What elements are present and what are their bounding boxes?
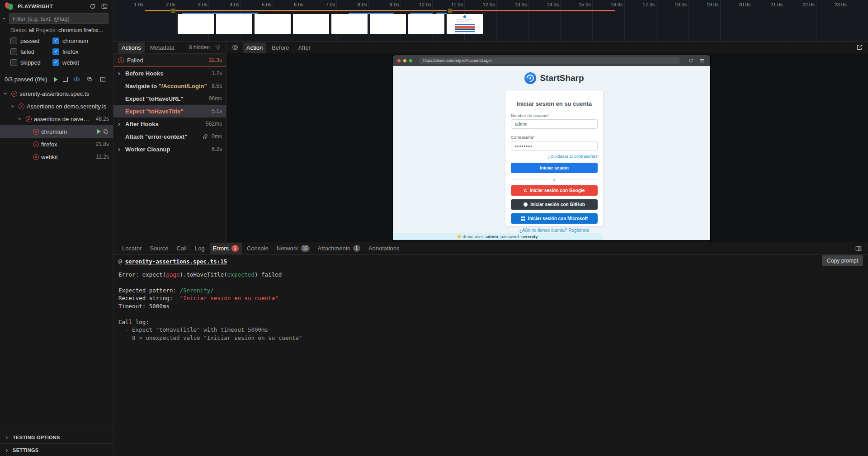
filter-funnel-icon[interactable]	[213, 43, 222, 52]
reveal-test-icon[interactable]	[99, 75, 107, 84]
demo-note-part: demo user:	[463, 234, 486, 239]
demo-note-part: , password:	[498, 234, 521, 239]
tab-after[interactable]: After	[294, 42, 314, 53]
signup-link[interactable]: ¿Aún no tienes cuenta? Regístrate	[505, 228, 603, 233]
open-terminal-panel-icon[interactable]	[100, 2, 108, 10]
run-tests-icon[interactable]	[54, 77, 58, 82]
tab-metadata[interactable]: Metadata	[146, 42, 178, 53]
google-signin-button[interactable]: GIniciar sesión con Google	[511, 185, 598, 196]
tab-console[interactable]: Console	[244, 243, 272, 254]
snapshot-area: https://demo.serenity.is/Account/Login S…	[226, 53, 868, 242]
filmstrip-thumbnail[interactable]	[370, 14, 406, 34]
chevron-down-icon[interactable]: ›	[10, 103, 16, 109]
stop-icon[interactable]	[63, 77, 68, 82]
tab-attachments[interactable]: Attachments1	[315, 243, 363, 254]
copy-icon[interactable]	[103, 129, 109, 135]
collapse-all-icon[interactable]	[86, 75, 94, 84]
project-filter-firefox[interactable]: ✓firefox	[52, 46, 88, 57]
filmstrip-thumbnail[interactable]	[216, 14, 252, 34]
checkbox-label: firefox	[62, 48, 78, 55]
chevron-down-icon[interactable]: ›	[17, 116, 24, 122]
filter-input[interactable]	[9, 13, 108, 24]
action-label-part: "/Account/Login"	[159, 83, 207, 89]
chevron-down-icon[interactable]: ›	[3, 90, 9, 97]
filmstrip-thumbnail[interactable]	[447, 14, 483, 34]
filmstrip-thumbnail[interactable]	[408, 14, 444, 34]
open-external-icon[interactable]	[855, 43, 863, 52]
duration-label: 8.5s	[212, 83, 222, 89]
tab-source[interactable]: Source	[146, 243, 171, 254]
trace-timeline[interactable]: 1.0s2.0s3.0s4.0s5.0s6.0s7.0s8.0s9.0s10.0…	[113, 0, 868, 42]
filmstrip-thumbnail[interactable]	[293, 14, 329, 34]
checkbox-failed[interactable]	[10, 48, 17, 55]
action-item-after-hooks[interactable]: ›After Hooks562ms	[113, 118, 226, 130]
action-item-worker-cleanup[interactable]: ›Worker Cleanup6.2s	[113, 143, 226, 155]
copy-prompt-button[interactable]: Copy prompt	[822, 255, 863, 266]
watch-eye-icon[interactable]	[73, 75, 81, 84]
playwright-logo-icon	[5, 2, 14, 11]
required-mark: *	[547, 113, 549, 118]
tab-actions[interactable]: Actions	[118, 42, 145, 53]
split-panel-icon[interactable]	[854, 244, 863, 253]
reload-icon[interactable]	[687, 56, 695, 65]
username-input[interactable]: admin	[511, 119, 598, 129]
chevron-right-icon[interactable]: ›	[118, 146, 125, 153]
required-mark: *	[533, 135, 535, 140]
checkbox-label: passed	[20, 38, 39, 44]
section-settings[interactable]: ›SETTINGS	[0, 443, 113, 456]
tree-item-assertions-en-demo-serenity-is[interactable]: ›✕Assertions en demo.serenity.is	[0, 100, 113, 113]
status-filter-passed[interactable]: passed	[10, 35, 52, 46]
error-text-part: page	[166, 271, 179, 278]
filmstrip-thumbnail[interactable]	[255, 14, 291, 34]
tree-item-webkit[interactable]: ✕webkit11.2s	[0, 150, 113, 163]
project-filter-chromium[interactable]: ✓chromium	[52, 35, 88, 46]
chevron-right-icon[interactable]: ›	[118, 70, 125, 77]
tree-item-assertions-de-navega[interactable]: ›✕assertions de navega...48.2s	[0, 113, 113, 125]
chevron-down-icon[interactable]: ›	[1, 15, 8, 22]
target-icon[interactable]	[231, 43, 239, 52]
checkbox-passed[interactable]	[10, 38, 17, 44]
hidden-count-label[interactable]: 8 hidden	[189, 44, 210, 51]
section-testing-options[interactable]: ›TESTING OPTIONS	[0, 431, 113, 443]
filmstrip-thumbnail[interactable]	[178, 14, 214, 34]
action-item-expect-tohaveurl[interactable]: Expect "toHaveURL"96ms	[113, 92, 226, 105]
filmstrip-thumbnail[interactable]	[331, 14, 368, 34]
tab-network[interactable]: Network16	[274, 243, 313, 254]
checkbox-firefox[interactable]: ✓	[52, 48, 59, 55]
microsoft-signin-button[interactable]: Iniciar sesión con Microsoft	[511, 213, 598, 224]
tab-locator[interactable]: Locator	[119, 243, 145, 254]
chevron-right-icon: ›	[4, 447, 10, 453]
tree-item-chromium[interactable]: ✕chromium	[0, 125, 113, 138]
project-filter-webkit[interactable]: ✓webkit	[52, 57, 88, 68]
checkbox-skipped[interactable]	[10, 59, 17, 66]
tab-action[interactable]: Action	[243, 42, 266, 53]
refresh-icon[interactable]	[89, 2, 97, 10]
address-bar[interactable]: https://demo.serenity.is/Account/Login	[419, 57, 680, 64]
status-filter-failed[interactable]: failed	[10, 46, 52, 57]
password-input[interactable]: ••••••••	[511, 141, 598, 150]
button-label: Iniciar sesión con Microsoft	[528, 216, 588, 221]
action-item-attach-error-context[interactable]: Attach "error-context"0ms	[113, 130, 226, 143]
tab-before[interactable]: Before	[268, 42, 292, 53]
menu-icon[interactable]	[698, 56, 706, 65]
tree-item-firefox[interactable]: ✕firefox21.8s	[0, 138, 113, 150]
failed-summary-row[interactable]: ✕ Failed 22.3s	[113, 54, 226, 67]
checkbox-webkit[interactable]: ✓	[52, 59, 59, 66]
forgot-password-link[interactable]: ¿Olvidaste tu contraseña?	[511, 154, 598, 159]
tree-item-serenity-assertions-spec-ts[interactable]: ›✕serenity-assertions.spec.ts	[0, 87, 113, 100]
action-item-before-hooks[interactable]: ›Before Hooks1.7s	[113, 67, 226, 80]
tab-errors[interactable]: Errors1	[210, 243, 242, 254]
source-file-link[interactable]: serenity-assertions.spec.ts:15	[125, 258, 227, 266]
tab-annotations[interactable]: Annotations	[365, 243, 403, 254]
status-filter-skipped[interactable]: skipped	[10, 57, 52, 68]
tab-call[interactable]: Call	[174, 243, 190, 254]
action-item-expect-tohavetitle[interactable]: Expect "toHaveTitle"5.1s	[113, 105, 226, 118]
run-test-icon[interactable]	[97, 129, 101, 134]
github-signin-button[interactable]: Iniciar sesión con GitHub	[511, 199, 598, 210]
chevron-right-icon[interactable]: ›	[118, 120, 125, 127]
action-item-navigate-to-account-login[interactable]: Navigate to "/Account/Login"8.5s	[113, 80, 226, 92]
tab-log[interactable]: Log	[192, 243, 208, 254]
timeline-gridline	[592, 0, 593, 41]
checkbox-chromium[interactable]: ✓	[52, 38, 59, 44]
signin-button[interactable]: Iniciar sesión	[511, 163, 598, 173]
